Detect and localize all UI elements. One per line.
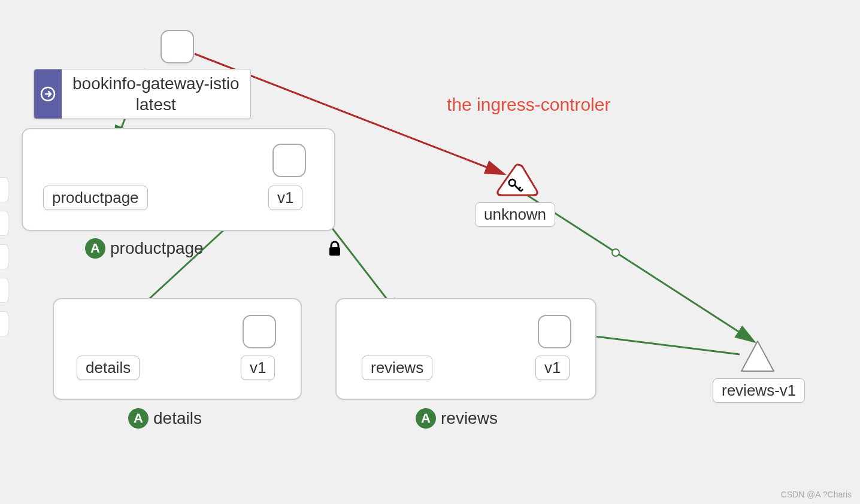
watermark-text: CSDN @A ?Charis xyxy=(781,490,852,499)
details-v1-label: v1 xyxy=(241,356,275,380)
app-badge-icon: A xyxy=(85,238,105,259)
side-nub xyxy=(0,278,8,303)
gateway-workload-node[interactable] xyxy=(161,30,194,63)
svg-point-10 xyxy=(509,180,516,186)
productpage-service-label: productpage xyxy=(43,186,148,210)
app-badge-icon: A xyxy=(128,408,149,429)
unknown-label: unknown xyxy=(475,202,555,227)
details-app-label: A details xyxy=(128,408,202,429)
annotation-text: the ingress-controler xyxy=(447,95,610,115)
lock-icon xyxy=(329,242,340,256)
reviews-panel[interactable] xyxy=(335,298,596,400)
details-service-label: details xyxy=(77,356,140,380)
reviews-service-label: reviews xyxy=(362,356,432,380)
reviews-v1-external-label: reviews-v1 xyxy=(713,378,805,403)
svg-line-9 xyxy=(576,334,740,354)
svg-line-11 xyxy=(514,185,521,192)
app-badge-icon: A xyxy=(416,408,436,429)
productpage-app-label: A productpage xyxy=(85,238,204,259)
productpage-v1-label: v1 xyxy=(268,186,302,210)
svg-rect-15 xyxy=(329,247,340,256)
svg-point-6 xyxy=(612,249,619,256)
gateway-label: bookinfo-gateway-istio latest xyxy=(62,69,250,119)
side-nub xyxy=(0,244,8,269)
svg-line-13 xyxy=(521,189,523,192)
side-nub xyxy=(0,211,8,236)
gateway-node[interactable]: bookinfo-gateway-istio latest xyxy=(34,69,251,119)
productpage-v1-node[interactable] xyxy=(272,144,306,177)
side-nub xyxy=(0,177,8,202)
reviews-app-label: A reviews xyxy=(416,408,498,429)
details-panel[interactable] xyxy=(53,298,302,400)
gateway-arrow-icon xyxy=(34,69,62,119)
side-nub xyxy=(0,311,8,336)
details-v1-node[interactable] xyxy=(243,315,276,348)
svg-line-12 xyxy=(519,187,521,189)
reviews-v1-label: v1 xyxy=(535,356,570,380)
reviews-v1-node[interactable] xyxy=(538,315,571,348)
